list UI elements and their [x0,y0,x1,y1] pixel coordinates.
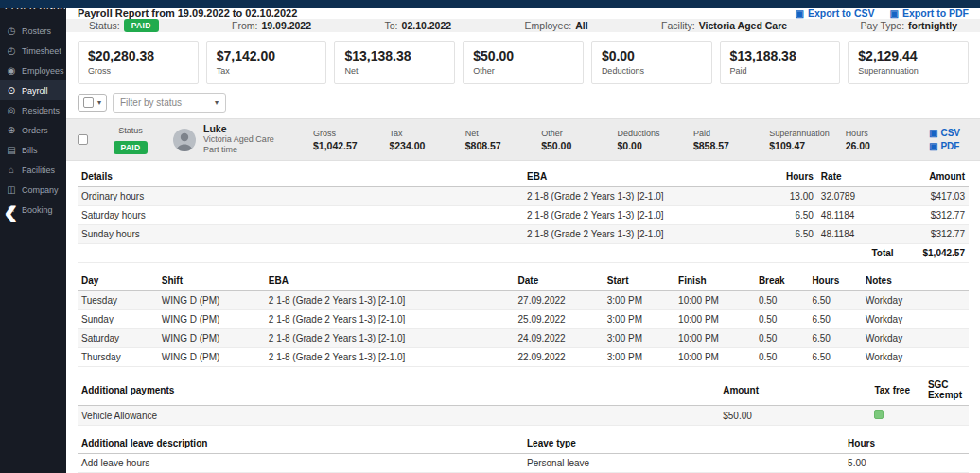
sidebar-item-payroll[interactable]: ⊙ Payroll [0,80,66,100]
details-row: Saturday hours 2 1-8 (Grade 2 Years 1-3)… [78,206,969,225]
export-csv-button[interactable]: ▣ Export to CSV [796,8,875,19]
employees-icon: ◉ [6,65,17,76]
filter-employee-label: Employee: [525,20,572,31]
employee-avatar [173,129,196,151]
details-row: Sunday hours 2 1-8 (Grade 2 Years 1-3) [… [78,225,969,244]
orders-icon: ⊕ [6,125,17,135]
details-row: Ordinary hours 2 1-8 (Grade 2 Years 1-3)… [78,187,969,206]
sidebar-item-rosters[interactable]: ◷ Rosters [0,21,66,41]
payments-header-row: Additional payments Amount Tax free SGC … [78,375,969,406]
sidebar-item-label: Facilities [22,166,55,175]
employee-name: Luke [203,124,306,134]
filter-employee: Employee: All [525,20,588,31]
tax-free-checkbox[interactable] [874,410,884,419]
filter-from-label: From: [232,20,257,31]
rosters-icon: ◷ [6,26,17,36]
card-label: Paid [730,66,831,76]
card-value: $7,142.00 [217,48,317,63]
export-pdf-label: Export to PDF [902,8,969,19]
top-app-bar [0,0,980,8]
sidebar-item-employees[interactable]: ◉ Employees [0,61,66,80]
select-all-checkbox[interactable] [83,97,94,108]
card-label: Net [344,66,445,76]
main-content: Payroll Report from 19.09.2022 to 02.10.… [66,0,980,473]
shift-row: Saturday WING D (PM) 2 1-8 (Grade 2 Year… [78,329,969,348]
row-checkbox[interactable] [78,134,88,145]
sidebar-item-label: Orders [22,126,48,135]
metric-gross: Gross $1,042.57 [313,129,389,151]
filter-paytype: Pay Type: fortnightly [861,20,957,31]
sidebar-item-label: Rosters [22,26,51,36]
filter-paytype-value: fortnightly [908,20,957,31]
metric-other: Other $50.00 [541,129,617,151]
card-value: $2,129.44 [858,48,958,63]
status-badge: PAID [124,19,159,32]
sidebar-item-facilities[interactable]: ⌂ Facilities [0,160,66,180]
summary-card-deductions: $0.00 Deductions [591,41,712,84]
filters-summary-bar: Status: PAID From: 19.09.2022 To: 02.10.… [66,19,980,32]
filter-by-status-placeholder: Filter by status [120,97,182,108]
card-value: $0.00 [602,48,702,63]
summary-cards: $20,280.38 Gross $7,142.00 Tax $13,138.3… [66,32,980,91]
shift-row: Sunday WING D (PM) 2 1-8 (Grade 2 Years … [78,310,969,329]
filter-by-status-select[interactable]: Filter by status ▾ [113,93,226,113]
card-value: $13,138.38 [344,48,445,63]
card-value: $50.00 [473,48,573,63]
card-label: Other [473,66,573,76]
metric-hours: Hours 26.00 [846,129,921,151]
employee-status-label: Status [96,126,166,135]
csv-file-icon: ▣ [796,9,804,19]
person-silhouette-icon [173,129,196,151]
list-toolbar: ▾ Filter by status ▾ [66,91,980,118]
additional-leave-table: Additional leave description Leave type … [78,433,969,473]
summary-card-other: $50.00 Other [463,41,584,84]
filter-to-value: 02.10.2022 [402,20,452,31]
pdf-file-icon: ▣ [890,9,899,19]
card-value: $13,188.38 [730,48,831,63]
bills-icon: ▤ [6,145,17,155]
export-links: ▣ Export to CSV ▣ Export to PDF [796,8,970,19]
select-caret-icon: ▾ [215,98,219,107]
sidebar-item-label: Employees [22,66,64,76]
sidebar-item-bills[interactable]: ▤ Bills [0,140,66,160]
additional-payments-table: Additional payments Amount Tax free SGC … [78,375,969,426]
card-label: Deductions [602,66,702,76]
sidebar-item-label: Timesheet [22,46,61,56]
select-dropdown-caret-icon: ▾ [97,98,101,107]
payment-name: Vehicle Allowance [78,406,719,426]
shifts-header-row: Day Shift EBA Date Start Finish Break Ho… [78,271,969,291]
employee-facility: Victoria Aged Care [203,134,306,145]
select-all-control[interactable]: ▾ [78,94,107,112]
sidebar-item-orders[interactable]: ⊕ Orders [0,120,66,140]
total-label: Total [817,244,898,263]
sidebar-item-label: Booking [22,205,53,215]
sidebar-item-timesheet[interactable]: ◴ Timesheet [0,41,66,61]
leave-header-row: Additional leave description Leave type … [78,433,969,454]
sidebar-item-residents[interactable]: ◎ Residents [0,100,66,120]
summary-card-paid: $13,188.38 Paid [720,41,841,84]
card-label: Tax [217,66,317,76]
sidebar-item-label: Bills [22,146,38,155]
row-export-links: ▣ CSV ▣ PDF [929,128,969,151]
sidebar-collapse-chevron-icon[interactable]: ‹ [4,194,18,228]
card-label: Gross [88,66,188,76]
row-pdf-button[interactable]: ▣ PDF [929,141,969,151]
export-pdf-button[interactable]: ▣ Export to PDF [890,8,969,19]
payment-row: Vehicle Allowance $50.00 [78,406,969,426]
pdf-file-icon: ▣ [929,141,937,151]
employee-identity: Luke Victoria Aged Care Part time [203,124,306,155]
payment-amount: $50.00 [719,406,870,426]
sidebar-item-label: Payroll [22,86,48,96]
total-value: $1,042.57 [898,244,969,263]
shift-row: Thursday WING D (PM) 2 1-8 (Grade 2 Year… [78,348,969,367]
shifts-table: Day Shift EBA Date Start Finish Break Ho… [78,271,969,367]
employee-status-badge: PAID [114,141,149,154]
filter-status: Status: PAID [89,19,159,32]
row-csv-button[interactable]: ▣ CSV [929,128,969,138]
employee-row[interactable]: Status PAID Luke Victoria Aged Care Part… [66,118,980,161]
payment-sgc-exempt-cell [924,406,969,426]
shift-row: Tuesday WING D (PM) 2 1-8 (Grade 2 Years… [78,291,969,310]
details-total-row: Total $1,042.57 [78,244,969,263]
payment-tax-free-cell [870,406,924,426]
metric-net: Net $808.57 [465,129,541,151]
